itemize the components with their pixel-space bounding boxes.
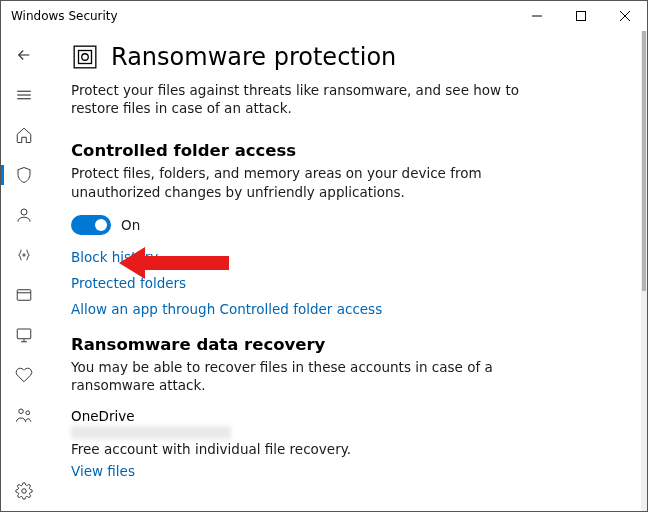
window-title: Windows Security: [11, 9, 118, 23]
page-header: Ransomware protection: [71, 43, 617, 71]
toggle-knob: [95, 219, 107, 231]
page-description: Protect your files against threats like …: [71, 81, 541, 117]
link-view-files[interactable]: View files: [71, 463, 617, 479]
app-window: Windows Security: [0, 0, 648, 512]
onedrive-account-desc: Free account with individual file recove…: [71, 441, 617, 457]
page-title: Ransomware protection: [111, 43, 396, 71]
onedrive-account-name: OneDrive: [71, 408, 617, 424]
minimize-button[interactable]: [515, 1, 559, 31]
svg-rect-11: [17, 329, 31, 339]
scrollbar-thumb[interactable]: [642, 31, 646, 291]
maximize-button[interactable]: [559, 1, 603, 31]
ransomware-icon: [71, 43, 99, 71]
menu-button[interactable]: [1, 75, 47, 115]
content-scroll[interactable]: Ransomware protection Protect your files…: [47, 31, 641, 511]
scrollbar-track[interactable]: [641, 31, 647, 511]
cfa-toggle[interactable]: [71, 215, 111, 235]
svg-point-7: [21, 209, 27, 215]
titlebar: Windows Security: [1, 1, 647, 31]
sidebar-item-device-performance[interactable]: [1, 355, 47, 395]
cfa-description: Protect files, folders, and memory areas…: [71, 164, 541, 200]
sidebar-item-firewall[interactable]: [1, 235, 47, 275]
close-button[interactable]: [603, 1, 647, 31]
recovery-description: You may be able to recover files in thes…: [71, 358, 541, 394]
recovery-heading: Ransomware data recovery: [71, 335, 617, 354]
svg-point-14: [19, 409, 24, 414]
sidebar-item-home[interactable]: [1, 115, 47, 155]
svg-point-8: [23, 254, 25, 256]
svg-point-15: [26, 411, 30, 415]
data-recovery-section: Ransomware data recovery You may be able…: [71, 335, 617, 479]
link-allow-app[interactable]: Allow an app through Controlled folder a…: [71, 301, 617, 317]
sidebar-item-device-security[interactable]: [1, 315, 47, 355]
sidebar-item-account-protection[interactable]: [1, 195, 47, 235]
cfa-toggle-row: On: [71, 215, 617, 235]
onedrive-account-email-redacted: [71, 426, 231, 439]
sidebar-item-virus-protection[interactable]: [1, 155, 47, 195]
svg-rect-18: [79, 51, 92, 64]
sidebar-item-settings[interactable]: [1, 471, 47, 511]
svg-rect-1: [577, 11, 586, 20]
svg-point-16: [22, 489, 27, 494]
sidebar-item-family-options[interactable]: [1, 395, 47, 435]
cfa-heading: Controlled folder access: [71, 141, 617, 160]
app-body: Ransomware protection Protect your files…: [1, 31, 647, 511]
cfa-toggle-label: On: [121, 217, 140, 233]
svg-rect-17: [74, 46, 96, 68]
sidebar-item-app-browser[interactable]: [1, 275, 47, 315]
link-block-history[interactable]: Block history: [71, 249, 617, 265]
link-protected-folders[interactable]: Protected folders: [71, 275, 617, 291]
window-controls: [515, 1, 647, 31]
svg-rect-9: [17, 290, 31, 301]
svg-point-19: [82, 54, 89, 61]
back-button[interactable]: [1, 35, 47, 75]
content-area: Ransomware protection Protect your files…: [47, 31, 647, 511]
sidebar: [1, 31, 47, 511]
